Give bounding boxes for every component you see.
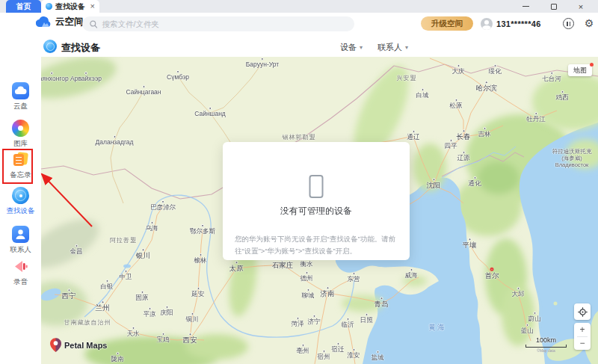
petal-maps-logo: Petal Maps	[50, 338, 107, 352]
tab-find-device[interactable]: 查找设备 ×	[41, 0, 99, 13]
map-label-text: 黄海	[429, 324, 446, 332]
map-label: 大庆	[452, 64, 465, 75]
map-label-text: 吉林	[478, 131, 491, 138]
map-label-text: 聊城	[302, 292, 315, 300]
map-label-text: 菏泽	[292, 321, 304, 328]
map-label-text: 淮安	[348, 352, 360, 360]
map-label: 青岛	[374, 297, 389, 309]
map-label: 黄海	[429, 324, 446, 332]
map-label: 兴安盟	[397, 75, 417, 81]
map-label: 庆阳	[161, 306, 173, 317]
cloud-logo-icon	[36, 16, 52, 28]
map-label-text: 延安	[192, 291, 205, 298]
tab-bar: 首页 查找设备 × ×	[0, 0, 598, 13]
map-label: 鄂尔多斯	[190, 224, 215, 235]
map-label: 白城	[416, 88, 429, 99]
map-label-text: 兰州	[96, 304, 110, 312]
map-label-text: 日照	[360, 317, 373, 324]
map-label-text: Баянхонгор	[41, 75, 69, 83]
sidebar-item-gallery[interactable]: 图库	[0, 120, 41, 149]
map-label-text: 乌海	[146, 225, 158, 232]
phone-outline-icon	[309, 175, 324, 198]
map-label-text: 亳州	[297, 348, 309, 355]
account-chip[interactable]: 131******46	[481, 16, 541, 31]
sidebar-item-label: 图库	[13, 139, 28, 149]
sidebar-item-recordings[interactable]: 录音	[0, 258, 41, 287]
map-label: 宿州	[318, 350, 330, 361]
sidebar-item-cloud-drive[interactable]: 云盘	[0, 82, 41, 111]
map-label: 榆林	[194, 253, 207, 265]
tab-home[interactable]: 首页	[6, 0, 41, 13]
map-label-text: 济南	[321, 290, 335, 298]
map-label-text: 盐城	[372, 354, 384, 362]
transfer-tasks-icon[interactable]	[563, 18, 574, 29]
map-label: 固原	[136, 291, 149, 302]
map-label: 中卫	[120, 270, 132, 281]
notes-icon	[12, 151, 29, 168]
contacts-icon	[12, 226, 29, 243]
window-maximize-button[interactable]	[543, 0, 565, 13]
chevron-down-icon: ▾	[405, 44, 408, 51]
map-label: 聊城	[302, 289, 315, 300]
window-minimize-button[interactable]	[514, 0, 537, 13]
map-label: 威海	[405, 268, 418, 280]
map-label-text: 平凉	[144, 311, 156, 318]
search-icon	[90, 20, 97, 28]
map-label: 锡林郭勒盟	[283, 134, 316, 141]
map-label: Сайншанд	[194, 107, 226, 118]
map-label: 宿迁	[332, 342, 345, 354]
map-label: 辽源	[457, 151, 470, 162]
map-area[interactable]: БаянхонгорАрвайхээрСүмбэрБаруун-УртСайнц…	[41, 57, 598, 364]
map-label-text: 四平	[445, 143, 457, 150]
map-label-text: 沈阳	[427, 182, 441, 190]
contact-filter-label: 联系人	[377, 42, 402, 53]
map-label: 太原	[229, 261, 244, 273]
search-box[interactable]	[82, 16, 354, 31]
app-name: 云空间	[55, 16, 84, 28]
device-filter-dropdown[interactable]: 设备 ▾	[340, 42, 363, 53]
window-close-button[interactable]: ×	[570, 0, 592, 13]
map-label-text: 榆林	[194, 257, 207, 265]
map-label-text: 铜川	[186, 316, 199, 324]
map-label-text: 蔚山	[528, 315, 541, 323]
map-label-text: 威海	[405, 272, 418, 280]
sidebar: 云盘 图库 备忘录 查找设备 联系人	[0, 36, 41, 364]
map-label-text: 西安	[183, 336, 197, 345]
map-label: 东营	[348, 272, 360, 283]
map-label-text: 通化	[469, 180, 481, 188]
contact-filter-dropdown[interactable]: 联系人 ▾	[377, 42, 408, 53]
map-type-button[interactable]: 地图	[568, 64, 592, 76]
upgrade-space-button[interactable]: 升级空间	[421, 16, 473, 31]
search-input[interactable]	[102, 19, 347, 28]
map-pin-icon	[50, 338, 61, 352]
map-label-text: 东营	[348, 276, 360, 283]
zoom-in-button[interactable]: +	[574, 323, 591, 336]
no-device-modal: 没有可管理的设备 您的华为账号下尚无设备开启“查找设备”功能。请前往“设置”>“…	[223, 142, 410, 260]
map-type-label: 地图	[573, 66, 587, 75]
settings-gear-icon[interactable]: ⚙	[582, 16, 596, 30]
sidebar-item-find-device[interactable]: 查找设备	[0, 187, 41, 216]
map-label: 牡丹江	[526, 112, 546, 123]
map-label: 四平	[445, 139, 457, 150]
map-label-text: 陇南	[111, 356, 124, 363]
map-label: 延安	[192, 287, 205, 298]
locate-button[interactable]	[574, 303, 591, 320]
find-device-tab-icon	[46, 3, 52, 10]
chevron-down-icon: ▾	[360, 44, 363, 51]
map-label: 宝鸡	[157, 333, 170, 344]
map-label-text: 鄂尔多斯	[190, 228, 215, 235]
map-label-text: 兴安盟	[397, 75, 417, 81]
map-label-text: 西宁	[62, 292, 76, 300]
map-label: 淮安	[348, 348, 360, 360]
sidebar-item-notes[interactable]: 备忘录	[0, 151, 41, 180]
zoom-out-button[interactable]: −	[574, 337, 591, 351]
sidebar-item-contacts[interactable]: 联系人	[0, 226, 41, 255]
map-label: Баянхонгор	[41, 72, 69, 83]
tab-close-icon[interactable]: ×	[90, 2, 95, 10]
gallery-icon	[12, 120, 29, 137]
map-label-text: Даланзадгад	[95, 139, 133, 146]
sidebar-item-label: 云盘	[13, 102, 28, 111]
map-label: 通化	[469, 176, 481, 188]
recorder-icon	[12, 258, 29, 275]
map-label-text: 宿州	[318, 354, 330, 361]
